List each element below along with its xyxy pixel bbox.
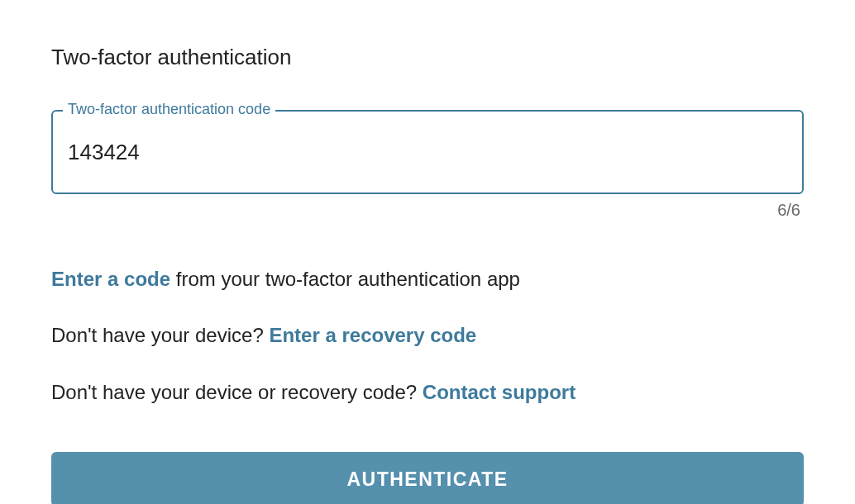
code-input-wrapper: Two-factor authentication code [51, 110, 804, 194]
code-input-label: Two-factor authentication code [63, 101, 275, 118]
contact-support-link[interactable]: Contact support [423, 381, 576, 403]
char-count: 6/6 [51, 201, 804, 220]
authenticate-button[interactable]: AUTHENTICATE [51, 452, 804, 504]
two-factor-code-input[interactable] [51, 110, 804, 194]
recovery-code-link[interactable]: Enter a recovery code [269, 324, 476, 346]
contact-support-prefix: Don't have your device or recovery code? [51, 381, 423, 403]
enter-code-help: Enter a code from your two-factor authen… [51, 266, 804, 292]
page-title: Two-factor authentication [51, 45, 804, 70]
contact-support-help: Don't have your device or recovery code?… [51, 379, 804, 406]
enter-code-lead: Enter a code [51, 268, 170, 290]
recovery-code-help: Don't have your device? Enter a recovery… [51, 322, 804, 349]
enter-code-rest: from your two-factor authentication app [170, 268, 520, 290]
recovery-code-prefix: Don't have your device? [51, 324, 269, 346]
